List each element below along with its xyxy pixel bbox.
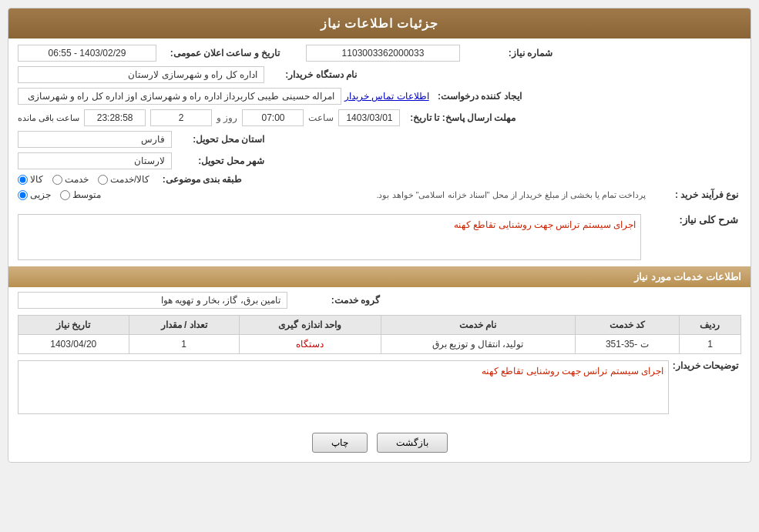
saat-value: 07:00 bbox=[242, 109, 304, 126]
radio-jozi-label: جزیی bbox=[30, 189, 51, 200]
ijad-konande-label: ایجاد کننده درخواست: bbox=[429, 91, 522, 102]
mohlat-row: مهلت ارسال پاسخ: تا تاریخ: 1403/03/01 سا… bbox=[18, 109, 741, 126]
tabaqe-label: طبقه بندی موضوعی: bbox=[149, 174, 242, 185]
radio-kala-khedmat-label: کالا/خدمت bbox=[110, 174, 149, 185]
grohe-khedmat-row: گروه خدمت: تامین برق، گاز، بخار و تهویه … bbox=[18, 292, 741, 309]
grohe-khedmat-label: گروه خدمت: bbox=[287, 295, 380, 306]
khadamat-sub-section: گروه خدمت: تامین برق، گاز، بخار و تهویه … bbox=[8, 287, 751, 423]
shahr-row: شهر محل تحویل: لارستان bbox=[18, 152, 741, 169]
ijad-konande-row: ایجاد کننده درخواست: اطلاعات تماس خریدار… bbox=[18, 88, 741, 105]
info-section: شماره نیاز: 1103003362000033 تاریخ و ساع… bbox=[8, 38, 751, 211]
radio-motavaset-label: متوسط bbox=[72, 189, 101, 200]
farayand-note: پرداخت تمام یا بخشی از مبلغ خریدار از مح… bbox=[107, 190, 646, 200]
ostan-value: فارس bbox=[18, 131, 172, 148]
cell-vahed: دستگاه bbox=[239, 335, 381, 354]
back-button[interactable]: بازگشت bbox=[377, 433, 448, 453]
farayand-row: نوع فرآیند خرید : متوسط جزیی پرداخت تمام… bbox=[18, 189, 741, 200]
sharh-section: شرح کلی نیاز: اجرای سیستم ترانس جهت روشن… bbox=[8, 211, 751, 266]
sharh-value: اجرای سیستم ترانس جهت روشنایی تقاطع کهنه bbox=[18, 214, 641, 260]
ijad-konande-value: امراله حسینی طیبی کاربرداز اداره راه و ش… bbox=[18, 88, 341, 105]
radio-kala[interactable]: کالا bbox=[18, 174, 43, 185]
ostan-label: استان محل تحویل: bbox=[172, 134, 264, 145]
services-table: ردیف کد خدمت نام خدمت واحد اندازه گیری ت… bbox=[18, 315, 741, 354]
nam-dastgah-row: نام دستگاه خریدار: اداره کل راه و شهرساز… bbox=[18, 66, 741, 83]
tozihat-row: توضیحات خریدار: اجرای سیستم ترانس جهت رو… bbox=[18, 360, 741, 414]
tarikhe-aelan-label: تاریخ و ساعت اعلان عمومی: bbox=[156, 48, 280, 59]
table-row: 1ت -35-351تولید، انتقال و توزیع برقدستگا… bbox=[18, 335, 741, 354]
shahr-label: شهر محل تحویل: bbox=[172, 156, 264, 166]
radio-jozi-input[interactable] bbox=[18, 190, 28, 200]
page-header: جزئیات اطلاعات نیاز bbox=[8, 8, 751, 38]
main-container: جزئیات اطلاعات نیاز شماره نیاز: 11030033… bbox=[8, 8, 751, 463]
remaining-value: 23:28:58 bbox=[84, 109, 146, 126]
ostan-row: استان محل تحویل: فارس bbox=[18, 131, 741, 148]
cell-radif: 1 bbox=[679, 335, 741, 354]
shomare-tarikhe-row: شماره نیاز: 1103003362000033 تاریخ و ساع… bbox=[18, 45, 741, 62]
cell-tarikh: 1403/04/20 bbox=[18, 335, 129, 354]
col-nam: نام خدمت bbox=[381, 316, 575, 335]
tozihat-label: توضیحات خریدار: bbox=[669, 360, 738, 371]
page-wrapper: جزئیات اطلاعات نیاز شماره نیاز: 11030033… bbox=[0, 0, 759, 532]
button-row: بازگشت چاپ bbox=[8, 423, 751, 462]
radio-kala-label: کالا bbox=[30, 174, 43, 185]
print-button[interactable]: چاپ bbox=[312, 433, 368, 453]
col-tarikh: تاریخ نیاز bbox=[18, 316, 129, 335]
shomare-niaz-label: شماره نیاز: bbox=[460, 48, 552, 59]
nam-dastgah-value: اداره کل راه و شهرسازی لارستان bbox=[18, 66, 264, 83]
tozihat-value: اجرای سیستم ترانس جهت روشنایی تقاطع کهنه bbox=[18, 360, 669, 414]
tarikhe-aelan-value: 1403/02/29 - 06:55 bbox=[18, 45, 156, 62]
col-radif: ردیف bbox=[679, 316, 741, 335]
date-value: 1403/03/01 bbox=[338, 109, 400, 126]
radio-khedmat-label: خدمت bbox=[65, 174, 89, 185]
nam-dastgah-label: نام دستگاه خریدار: bbox=[264, 69, 357, 80]
radio-khedmat-input[interactable] bbox=[52, 175, 62, 185]
radio-kala-khedmat[interactable]: کالا/خدمت bbox=[98, 174, 149, 185]
saat-label: ساعت bbox=[308, 112, 334, 123]
radio-motavaset[interactable]: متوسط bbox=[60, 189, 101, 200]
cell-tedad: 1 bbox=[129, 335, 239, 354]
farayand-label: نوع فرآیند خرید : bbox=[646, 189, 738, 200]
sharh-label: شرح کلی نیاز: bbox=[646, 214, 738, 226]
cell-kod: ت -35-351 bbox=[575, 335, 679, 354]
roz-value: 2 bbox=[150, 109, 212, 126]
roz-label: روز و bbox=[217, 112, 237, 123]
shahr-value: لارستان bbox=[18, 152, 172, 169]
remaining-label: ساعت باقی مانده bbox=[18, 113, 79, 123]
tabaqe-radio-group: کالا/خدمت خدمت کالا bbox=[18, 174, 149, 185]
shomare-niaz-value: 1103003362000033 bbox=[306, 45, 460, 62]
cell-nam: تولید، انتقال و توزیع برق bbox=[381, 335, 575, 354]
radio-kala-input[interactable] bbox=[18, 175, 28, 185]
mohlat-label: مهلت ارسال پاسخ: تا تاریخ: bbox=[400, 112, 516, 123]
radio-jozi[interactable]: جزیی bbox=[18, 189, 51, 200]
page-title: جزئیات اطلاعات نیاز bbox=[321, 17, 439, 30]
grohe-khedmat-value: تامین برق، گاز، بخار و تهویه هوا bbox=[18, 292, 287, 309]
col-vahed: واحد اندازه گیری bbox=[239, 316, 381, 335]
tabaqe-row: طبقه بندی موضوعی: کالا/خدمت خدمت کالا bbox=[18, 174, 741, 185]
khadamat-section-header: اطلاعات خدمات مورد نیاز bbox=[8, 266, 751, 287]
ijad-konande-link[interactable]: اطلاعات تماس خریدار bbox=[344, 91, 429, 102]
radio-motavaset-input[interactable] bbox=[60, 190, 70, 200]
radio-kala-khedmat-input[interactable] bbox=[98, 175, 108, 185]
col-kod: کد خدمت bbox=[575, 316, 679, 335]
farayand-radio-group: متوسط جزیی bbox=[18, 189, 101, 200]
khadamat-header-label: اطلاعات خدمات مورد نیاز bbox=[634, 271, 741, 283]
radio-khedmat[interactable]: خدمت bbox=[52, 174, 89, 185]
col-tedad: تعداد / مقدار bbox=[129, 316, 239, 335]
